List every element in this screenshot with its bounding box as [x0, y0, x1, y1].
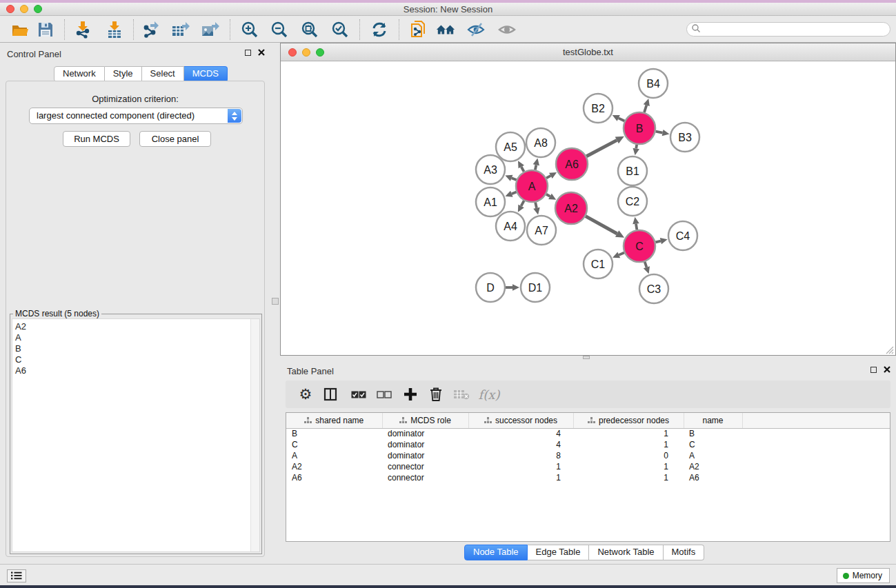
deselect-all-icon[interactable] [375, 385, 394, 404]
table-cell[interactable]: A2 [286, 461, 382, 472]
table-row[interactable]: A2connector11A2 [286, 461, 890, 472]
graph-edge[interactable] [521, 201, 524, 206]
graph-edge[interactable] [546, 194, 550, 196]
table-cell[interactable]: 8 [468, 450, 573, 461]
table-cell[interactable]: connector [382, 472, 468, 483]
export-table-icon[interactable] [170, 20, 190, 39]
table-row[interactable]: A6connector11A6 [286, 472, 890, 483]
graph-edge[interactable] [586, 140, 617, 156]
graph-edge[interactable] [546, 176, 550, 178]
tab-network-table[interactable]: Network Table [589, 545, 663, 560]
table-cell[interactable]: A2 [684, 461, 742, 472]
first-neighbors-icon[interactable] [436, 20, 455, 39]
save-session-icon[interactable] [36, 20, 55, 39]
delete-table-icon[interactable] [452, 385, 471, 404]
table-cell[interactable]: C [286, 439, 382, 450]
graph-node-A1[interactable]: A1 [476, 187, 505, 216]
zoom-in-icon[interactable] [240, 20, 259, 39]
table-cell[interactable]: A [286, 450, 382, 461]
memory-button[interactable]: Memory [837, 568, 890, 583]
table-cell[interactable]: 4 [468, 439, 573, 450]
table-cell[interactable]: 1 [468, 461, 573, 472]
graph-node-A4[interactable]: A4 [496, 212, 525, 241]
mcds-result-list[interactable]: A2ABCA6 [12, 318, 260, 552]
table-row[interactable]: Bdominator41B [286, 428, 890, 439]
select-all-icon[interactable] [349, 385, 368, 404]
graph-node-C2[interactable]: C2 [618, 187, 647, 216]
graph-edge[interactable] [636, 145, 637, 149]
table-cell[interactable]: 0 [573, 450, 684, 461]
graph-node-D[interactable]: D [476, 273, 505, 302]
table-cell[interactable]: A [684, 450, 742, 461]
function-builder-icon[interactable]: f(x) [479, 385, 499, 404]
table-cell[interactable]: 1 [573, 461, 684, 472]
graph-edge[interactable] [655, 241, 661, 243]
column-icon[interactable] [321, 385, 340, 404]
column-header[interactable]: name [684, 413, 742, 428]
table-cell[interactable]: 1 [573, 428, 684, 439]
graph-node-A8[interactable]: A8 [526, 128, 555, 157]
graph-node-B3[interactable]: B3 [670, 123, 699, 152]
table-cell[interactable]: dominator [382, 450, 468, 461]
hide-selected-icon[interactable] [466, 20, 486, 39]
graph-node-A[interactable]: A [516, 170, 548, 202]
zoom-selected-icon[interactable] [330, 20, 350, 39]
column-header[interactable]: MCDS role [382, 413, 468, 428]
export-image-icon[interactable] [200, 20, 219, 39]
close-panel-icon[interactable] [258, 49, 265, 56]
graph-edge[interactable] [619, 253, 624, 255]
close-table-panel-icon[interactable] [884, 366, 890, 373]
table-cell[interactable]: 1 [573, 439, 684, 450]
horizontal-splitter-handle[interactable] [583, 356, 590, 359]
result-item[interactable]: A2 [15, 321, 259, 332]
import-table-icon[interactable] [105, 20, 124, 39]
graph-edge[interactable] [645, 262, 647, 267]
graph-node-A7[interactable]: A7 [527, 216, 556, 245]
graph-node-A5[interactable]: A5 [496, 132, 525, 161]
network-graph-canvas[interactable]: B4B2BB3A8A5A6A3B1AC2A1A2A4A7C4CC1DD1C3 [281, 61, 895, 355]
table-cell[interactable]: dominator [382, 428, 468, 439]
refresh-icon[interactable] [370, 20, 389, 39]
vertical-splitter-handle[interactable] [272, 298, 279, 305]
task-history-button[interactable] [7, 569, 26, 582]
table-cell[interactable]: A6 [286, 472, 382, 483]
graph-node-D1[interactable]: D1 [521, 273, 550, 302]
export-network-icon[interactable] [141, 20, 161, 39]
graph-edge[interactable] [512, 178, 517, 180]
table-cell[interactable]: 4 [468, 428, 573, 439]
tab-style[interactable]: Style [105, 66, 142, 82]
resize-grip-icon[interactable] [885, 345, 894, 354]
delete-icon[interactable] [426, 385, 446, 404]
table-cell[interactable]: connector [382, 461, 468, 472]
search-field[interactable] [686, 22, 890, 37]
tab-motifs[interactable]: Motifs [664, 545, 705, 560]
import-network-icon[interactable] [73, 20, 92, 39]
graph-edge[interactable] [586, 216, 617, 234]
tab-network[interactable]: Network [54, 66, 105, 82]
network-window-titlebar[interactable]: testGlobe.txt [281, 43, 895, 61]
result-item[interactable]: C [15, 354, 259, 365]
float-panel-icon[interactable] [245, 50, 251, 56]
zoom-out-icon[interactable] [270, 20, 289, 39]
graph-edge[interactable] [535, 165, 536, 170]
show-all-icon[interactable] [497, 20, 517, 39]
graph-node-A6[interactable]: A6 [556, 148, 588, 180]
graph-node-B2[interactable]: B2 [584, 94, 613, 123]
result-item[interactable]: A6 [15, 365, 259, 376]
table-cell[interactable]: C [684, 439, 742, 450]
tab-select[interactable]: Select [142, 66, 184, 82]
result-item[interactable]: A [15, 332, 259, 343]
table-cell[interactable]: A6 [684, 472, 742, 483]
column-header[interactable]: predecessor nodes [573, 413, 684, 428]
graph-node-B4[interactable]: B4 [639, 69, 668, 98]
graph-node-C4[interactable]: C4 [668, 221, 697, 250]
graph-node-A2[interactable]: A2 [555, 192, 587, 224]
new-network-icon[interactable] [409, 20, 428, 39]
graph-node-A3[interactable]: A3 [476, 155, 505, 184]
table-row[interactable]: Cdominator41C [286, 439, 890, 450]
graph-edge[interactable] [619, 118, 625, 121]
table-row[interactable]: Adominator80A [286, 450, 890, 461]
graph-edge[interactable] [636, 224, 637, 230]
graph-edge[interactable] [521, 167, 524, 172]
add-icon[interactable] [401, 385, 420, 404]
